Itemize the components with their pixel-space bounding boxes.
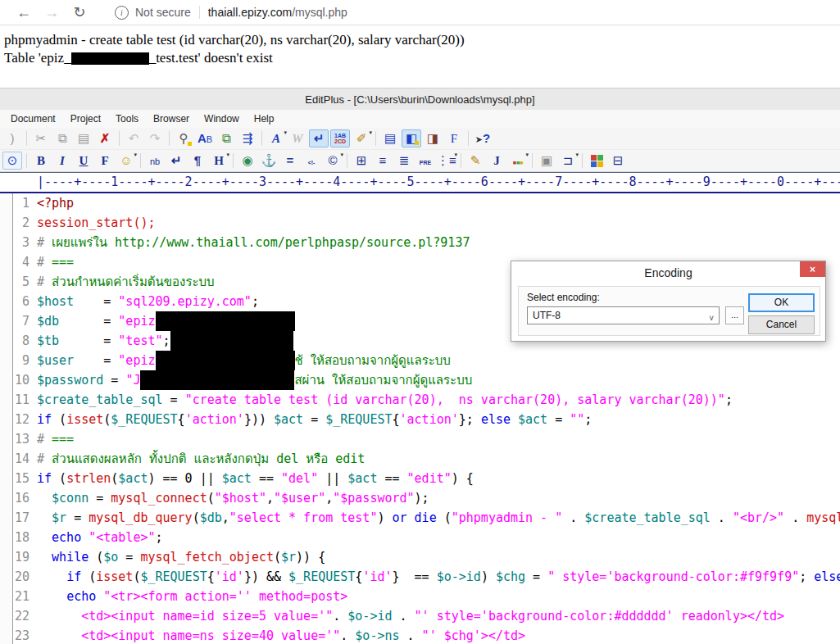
sidebar-icon[interactable]: ◧: [402, 129, 421, 147]
web-page-content: phpmyadmin - create table test (id varch…: [0, 25, 840, 87]
menu-item-project[interactable]: Project: [63, 111, 108, 126]
code-line[interactable]: 18 echo "<table>";: [0, 528, 840, 547]
redaction-box: [170, 331, 293, 351]
pre-icon[interactable]: PRE: [415, 152, 435, 170]
hrule-icon[interactable]: =: [280, 152, 300, 170]
split-window-icon[interactable]: ⊟: [608, 152, 628, 170]
code-line[interactable]: 20 if (isset($_REQUEST{'id'}) && $_REQUE…: [0, 567, 840, 587]
code-line[interactable]: 19 while ($o = mysql_fetch_object($r)) {: [0, 547, 840, 567]
heading-icon[interactable]: H▾: [209, 152, 229, 170]
toolbar-separator: [468, 131, 469, 146]
toolbar-separator: [375, 131, 376, 146]
word-wrap-icon[interactable]: ↵: [309, 129, 329, 147]
toolbar-separator: [582, 153, 583, 168]
column-ruler: |----+----1----+----2----+----3----+----…: [0, 172, 840, 193]
code-line[interactable]: 23 <td><input name=ns size=40 value='". …: [0, 626, 840, 644]
code-line[interactable]: 12if (isset($_REQUEST{'action'})) $act =…: [0, 410, 840, 429]
cancel-button[interactable]: Cancel: [748, 315, 815, 334]
replace-icon[interactable]: AB: [195, 129, 215, 147]
browser-toolbar: ← → ↻ i Not secure thaiall.epizy.com/mys…: [0, 0, 840, 25]
toolbar-separator: [532, 153, 533, 168]
code-line[interactable]: 14# ส่วนแสดงผลหลัก ทั้งปกติ และหลังกดปุ่…: [0, 449, 840, 469]
code-line[interactable]: 15if (strlen($act) == 0 || $act == "del"…: [0, 469, 840, 488]
image-icon[interactable]: ◉: [238, 152, 257, 170]
code-line[interactable]: 17 $r = mysql_db_query($db,"select * fro…: [0, 508, 840, 528]
close-icon[interactable]: ×: [800, 261, 825, 277]
redaction-box: [71, 52, 149, 65]
paragraph-icon[interactable]: ¶: [188, 152, 207, 170]
paste-icon[interactable]: ▤: [74, 129, 93, 147]
align-center-icon[interactable]: ≡: [373, 152, 393, 170]
copy-icon[interactable]: ⧉: [52, 129, 72, 147]
back-icon[interactable]: ←: [10, 4, 38, 21]
italic-icon[interactable]: I: [52, 152, 72, 170]
redo-icon[interactable]: ↷: [145, 129, 165, 147]
not-secure-label[interactable]: Not secure: [135, 6, 191, 19]
code-line[interactable]: 1<?php: [0, 193, 840, 213]
code-line[interactable]: 21 echo "<tr><form action='' method=post…: [0, 587, 840, 606]
url-host[interactable]: thaiall.epizy.com: [208, 6, 292, 19]
auto-indent-icon[interactable]: ✐▾: [352, 129, 371, 147]
code-line[interactable]: 10$password = "Jสผ่าน ให้สอบถามจากผู้ดูแ…: [0, 370, 840, 390]
watch-icon[interactable]: W: [288, 129, 307, 147]
cliptext-icon[interactable]: ◨: [423, 129, 443, 147]
code-line[interactable]: 13# ===: [0, 429, 840, 449]
menu-item-help[interactable]: Help: [247, 111, 282, 126]
folder-icon[interactable]: ▣: [537, 152, 556, 170]
windows-logo-icon[interactable]: [587, 152, 606, 170]
forward-icon[interactable]: →: [38, 4, 66, 21]
browser-preview-icon[interactable]: ⊙: [2, 152, 22, 170]
layout-icon[interactable]: ⊐▾: [558, 152, 578, 170]
code-line[interactable]: 22 <td><input name=id size=5 value='". $…: [0, 606, 840, 626]
list-icon[interactable]: ⋮≡▾: [437, 152, 456, 170]
info-icon[interactable]: i: [115, 6, 129, 20]
comment-icon[interactable]: <!-: [302, 152, 321, 170]
doc-fragment-icon[interactable]: ): [2, 129, 22, 147]
align-right-icon[interactable]: ≣: [394, 152, 414, 170]
undo-icon[interactable]: ↶: [124, 129, 143, 147]
menu-item-document[interactable]: Document: [3, 111, 63, 126]
browse-button[interactable]: ...: [725, 306, 744, 324]
code-line[interactable]: 9$user = "epizช้ ให้สอบถามจากผู้ดูแลระบบ: [0, 351, 840, 370]
javascript-icon[interactable]: J: [487, 152, 506, 170]
encoding-dialog: Encoding × Select encoding: UTF-8˅ ... O…: [511, 261, 826, 342]
toolbar-html: ⊙BIUF☺▾nb↵¶H▾◉⚓=<!-©▾⊞≡≣PRE⋮≡▾✎J■■■▾▣⊐▾⊟: [0, 150, 840, 172]
code-line[interactable]: 16 $conn = mysql_connect("$host","$user"…: [0, 488, 840, 508]
copy-html-icon[interactable]: ⧉: [216, 129, 236, 147]
cut-icon[interactable]: ✂: [31, 129, 51, 147]
bold-icon[interactable]: B: [31, 152, 51, 170]
font-tag-icon[interactable]: F: [95, 152, 115, 170]
reload-icon[interactable]: ↻: [66, 3, 93, 21]
redaction-box: [156, 311, 295, 331]
emoticon-icon[interactable]: ☺▾: [116, 152, 136, 170]
encoding-select[interactable]: UTF-8˅: [527, 306, 720, 324]
font-icon[interactable]: A▾: [266, 129, 286, 147]
code-line[interactable]: 2session_start();: [0, 213, 840, 233]
document-list-icon[interactable]: ▤: [380, 129, 400, 147]
help-pointer-icon[interactable]: ➤?: [473, 129, 493, 147]
table-icon[interactable]: ⊞: [352, 152, 371, 170]
script-icon[interactable]: ✎: [465, 152, 485, 170]
underline-icon[interactable]: U: [74, 152, 93, 170]
delete-icon[interactable]: ✗: [95, 129, 115, 147]
find-icon[interactable]: ⚲: [174, 129, 193, 147]
code-line[interactable]: 11$create_table_sql = "create table test…: [0, 390, 840, 410]
line-break-icon[interactable]: ↵: [166, 152, 186, 170]
toolbar-separator: [119, 131, 120, 146]
code-line[interactable]: 3# เผยแพร่ใน http://www.thaiall.com/perl…: [0, 233, 840, 252]
objects-icon[interactable]: ■■■▾: [508, 152, 528, 170]
menu-item-browser[interactable]: Browser: [146, 111, 197, 126]
ok-button[interactable]: OK: [748, 293, 815, 312]
menu-item-window[interactable]: Window: [197, 111, 247, 126]
toolbar-separator: [347, 153, 347, 168]
url-path[interactable]: /mysql.php: [292, 6, 347, 19]
menu-item-tools[interactable]: Tools: [108, 111, 146, 126]
nbsp-icon[interactable]: nb: [145, 152, 165, 170]
function-list-icon[interactable]: F: [444, 129, 464, 147]
convert-case-icon[interactable]: 1AB2CD: [330, 129, 350, 147]
toolbar-separator: [461, 153, 461, 168]
menu-bar: DocumentProjectToolsBrowserWindowHelp: [0, 110, 840, 128]
sort-icon[interactable]: ⇶: [238, 129, 257, 147]
copyright-icon[interactable]: ©▾: [323, 152, 343, 170]
anchor-icon[interactable]: ⚓: [259, 152, 279, 170]
